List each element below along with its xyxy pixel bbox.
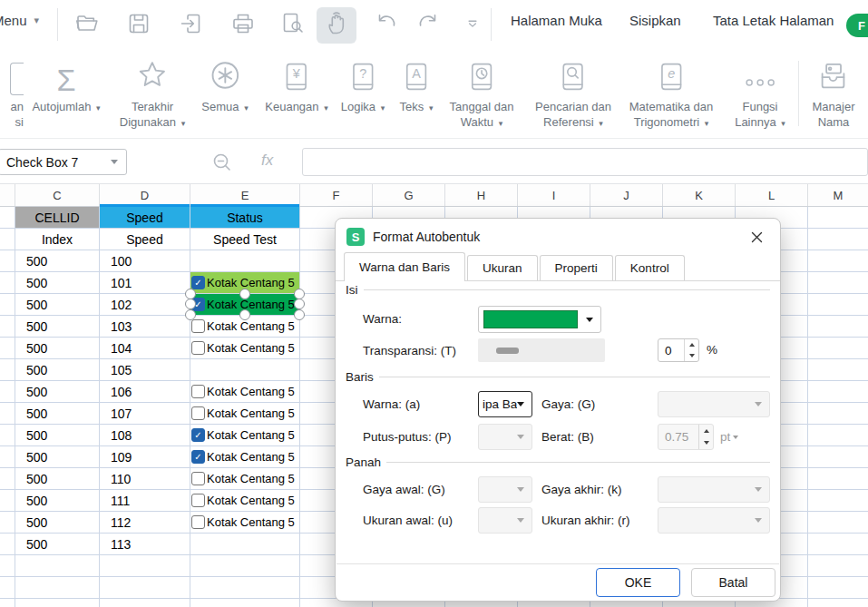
selection-handle[interactable] <box>294 309 305 320</box>
line-style-dropdown[interactable] <box>658 391 770 417</box>
cell[interactable] <box>100 555 190 577</box>
line-color-dropdown[interactable]: ipa Ba <box>478 391 532 417</box>
selection-handle[interactable] <box>185 309 196 320</box>
ribbon-item-matematika-dan-trigonometri[interactable]: eMatematika danTrigonometri ▾ <box>629 55 714 132</box>
ribbon-item-keuangan[interactable]: ¥Keuangan ▾ <box>265 55 327 116</box>
column-header-F[interactable]: F <box>300 184 373 206</box>
cell[interactable] <box>0 403 15 425</box>
end-style-dropdown[interactable] <box>658 476 770 503</box>
dialog-tab-properti[interactable]: Properti <box>540 255 613 280</box>
cell[interactable]: 500 <box>15 425 100 446</box>
cell[interactable] <box>0 381 15 403</box>
cell[interactable] <box>0 555 15 577</box>
column-header-C[interactable]: C <box>15 184 100 206</box>
cell[interactable] <box>0 338 15 359</box>
cell[interactable]: 101 <box>100 272 190 294</box>
cell[interactable] <box>0 534 15 555</box>
dialog-tab-kontrol[interactable]: Kontrol <box>615 255 685 280</box>
cell[interactable] <box>808 381 868 403</box>
cell[interactable]: 500 <box>15 294 100 316</box>
cell[interactable]: 500 <box>15 250 100 272</box>
export-button[interactable] <box>171 7 211 44</box>
spinner-up-icon[interactable] <box>685 339 698 350</box>
cell[interactable]: 105 <box>100 359 190 381</box>
cell[interactable]: Speed Test <box>190 229 300 250</box>
cell[interactable]: CELLID <box>15 207 100 229</box>
cell[interactable]: 500 <box>15 338 100 359</box>
cell[interactable] <box>15 599 100 607</box>
cell[interactable]: 100 <box>100 250 190 272</box>
cell[interactable] <box>808 490 868 512</box>
checkbox-unchecked[interactable] <box>191 319 205 333</box>
cell[interactable] <box>0 294 15 316</box>
column-header-L[interactable]: L <box>736 184 808 206</box>
cell[interactable] <box>190 534 300 555</box>
begin-style-dropdown[interactable] <box>478 476 532 503</box>
selection-handle[interactable] <box>239 289 250 299</box>
checkbox-unchecked[interactable] <box>191 472 205 485</box>
undo-button[interactable] <box>366 7 405 44</box>
cell[interactable]: 500 <box>15 490 100 512</box>
cell[interactable] <box>0 446 15 468</box>
fill-color-dropdown[interactable] <box>478 306 601 333</box>
ribbon-item-autojumlah[interactable]: ΣAutojumlah ▾ <box>32 55 100 116</box>
cell[interactable]: 500 <box>15 446 100 468</box>
cell[interactable]: 106 <box>100 381 190 403</box>
cell[interactable] <box>808 316 868 338</box>
ribbon-item-teks[interactable]: ATeks ▾ <box>400 55 434 116</box>
ribbon-item-logika[interactable]: ?Logika ▾ <box>341 55 385 116</box>
column-header-H[interactable]: H <box>445 184 518 206</box>
cell[interactable] <box>0 207 15 229</box>
collapse-toolbar-button[interactable] <box>453 7 493 44</box>
name-box[interactable]: Check Box 7 <box>0 149 127 175</box>
cell[interactable]: 500 <box>15 534 100 555</box>
cell[interactable] <box>808 468 868 490</box>
spinner-down-icon[interactable] <box>699 437 713 450</box>
cell[interactable] <box>15 555 100 577</box>
transparency-slider[interactable] <box>478 338 605 362</box>
cell[interactable] <box>100 599 190 607</box>
formula-input[interactable] <box>302 148 868 176</box>
ribbon-tab-tata-letak-halaman[interactable]: Tata Letak Halaman <box>713 13 834 28</box>
cell[interactable]: 111 <box>100 490 190 512</box>
cell[interactable]: Kotak Centang 5 <box>190 403 300 425</box>
zoom-out-icon[interactable] <box>210 151 234 178</box>
cell[interactable]: 110 <box>100 468 190 490</box>
cell[interactable] <box>808 294 868 316</box>
dialog-tab-warna-dan-baris[interactable]: Warna dan Baris <box>344 252 465 281</box>
cell[interactable] <box>190 599 300 607</box>
ribbon-item-clipped[interactable]: ansi <box>0 55 24 130</box>
cell[interactable] <box>190 359 300 381</box>
cell[interactable] <box>808 272 868 294</box>
cell[interactable]: Kotak Centang 5 <box>190 490 300 512</box>
cancel-button[interactable]: Batal <box>691 568 775 597</box>
cell[interactable]: 500 <box>15 272 100 294</box>
checkbox-checked[interactable]: ✓ <box>191 450 205 464</box>
menu-button[interactable]: Menu ▾ <box>0 13 39 28</box>
cell[interactable] <box>0 490 15 512</box>
begin-size-dropdown[interactable] <box>478 507 532 534</box>
cell[interactable] <box>808 599 868 607</box>
cell[interactable]: Speed <box>100 207 190 229</box>
cell[interactable] <box>0 577 15 599</box>
cell[interactable] <box>808 555 868 577</box>
checkbox-unchecked[interactable] <box>191 406 205 420</box>
ribbon-item-semua[interactable]: Semua ▾ <box>201 55 248 116</box>
dialog-tab-ukuran[interactable]: Ukuran <box>467 255 538 280</box>
checkbox-checked[interactable]: ✓ <box>191 276 205 289</box>
close-icon[interactable] <box>744 224 769 250</box>
column-header-M[interactable]: M <box>808 184 868 206</box>
cell[interactable] <box>808 403 868 425</box>
column-header-I[interactable]: I <box>518 184 590 206</box>
cell[interactable] <box>0 229 15 250</box>
cell[interactable]: Kotak Centang 5 <box>190 381 300 403</box>
cell[interactable]: Speed <box>100 229 190 250</box>
cell[interactable] <box>808 229 868 250</box>
cell[interactable]: Index <box>15 229 100 250</box>
cell[interactable]: ✓Kotak Centang 5 <box>190 446 300 468</box>
cell[interactable] <box>190 555 300 577</box>
checkbox-checked[interactable]: ✓ <box>191 428 205 442</box>
slider-thumb[interactable] <box>496 348 519 354</box>
cell[interactable]: Kotak Centang 5 <box>190 512 300 534</box>
cell[interactable]: 500 <box>15 381 100 403</box>
